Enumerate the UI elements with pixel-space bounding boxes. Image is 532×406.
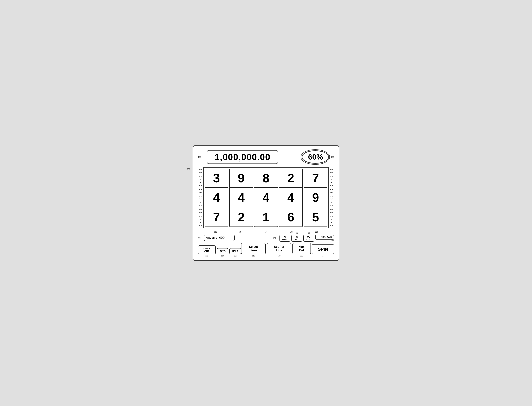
reel-5-row-3: 5 [304,208,327,226]
left-circle-9 [199,222,202,226]
max-bet-button[interactable]: Max Bet [292,243,311,254]
percent-display: 60% [302,150,329,164]
right-circle-6 [330,203,333,206]
left-circle-2 [199,176,202,180]
total-value: 27 [307,236,310,239]
ref-116: 116 [234,255,237,257]
ref-122: 122 [300,255,303,257]
right-indicators [329,167,334,228]
slot-machine: 100 138 — 1,000,000.00 60% 136 [193,145,339,261]
ref-100: 100 [187,168,190,170]
max-bet-group: Max Bet 122 [292,243,311,257]
lines-display: 9 LINES [279,235,290,242]
ref-134-label: 134 [331,240,334,242]
ref-104: 104 [240,231,242,233]
jackpot-display: 1,000,000.00 [207,150,278,164]
bet-value: 3 [296,236,298,239]
credits-value: 400 [219,236,225,240]
pays-group: PAYS 114 [217,248,228,257]
paid-value: 135 [317,236,325,239]
pays-button[interactable]: PAYS [217,248,228,254]
spin-group: SPIN 124 [312,244,334,257]
ref-136-label: 136 [331,156,334,158]
cash-out-group: CASH OUT 112 [198,245,216,257]
left-circle-5 [199,196,202,199]
ref-132-label: 132 [307,232,310,234]
credits-display: CREDITS 400 [204,235,235,241]
credits-label: CREDITS [206,237,217,239]
reel-4-row-3: 6 [279,208,302,226]
reel-2: 9 4 2 [229,169,253,227]
reel-2-row-2: 4 [230,188,253,207]
ref-102: 102 [214,231,217,233]
left-circle-4 [199,189,202,193]
cash-out-button[interactable]: CASH OUT [198,245,216,254]
reel-5-row-1: 7 [304,169,327,188]
help-button[interactable]: HELP [229,248,241,254]
ref-112: 112 [205,255,208,257]
reel-3-row-3: 1 [255,208,277,226]
right-circle-8 [330,216,333,219]
ref-120: 120 [277,255,280,257]
reel-1-row-2: 4 [205,188,228,207]
bet-label: BET [295,239,299,241]
reel-1-row-1: 3 [205,169,228,188]
help-group: HELP 116 [229,248,241,257]
right-circle-3 [330,182,333,186]
ref-128-label: 128 [273,237,276,239]
left-circle-3 [199,182,202,186]
ref-114: 114 [221,255,224,257]
select-lines-button[interactable]: Select Lines [241,243,266,254]
left-circle-6 [199,203,202,206]
left-circle-1 [199,169,202,173]
left-circle-8 [199,216,202,219]
total-display: 27 TOTAL [303,235,314,242]
right-circle-7 [330,209,333,213]
total-label: TOTAL [306,239,312,241]
reels-section: 3 4 7 9 4 2 8 4 1 2 4 6 [198,167,334,228]
left-indicators [198,167,203,228]
right-circle-5 [330,196,333,199]
spin-button[interactable]: SPIN [312,244,334,254]
ref-106: 106 [265,231,268,233]
lines-value: 9 [284,236,286,239]
lines-label: LINES [282,239,288,241]
ref-126-label: 126 [198,237,201,239]
reel-1-row-3: 7 [205,208,228,226]
reel-4-row-1: 2 [279,169,302,188]
reel-2-row-1: 9 [230,169,253,188]
right-circle-9 [330,222,333,226]
reel-3-row-1: 8 [255,169,277,188]
reels-grid: 3 4 7 9 4 2 8 4 1 2 4 6 [203,167,329,228]
paid-display: 135 PAID [315,235,334,240]
reel-5: 7 9 5 [304,169,327,227]
ref-108: 108 [290,231,292,233]
reel-2-row-3: 2 [230,208,253,226]
ref-110: 110 [315,231,318,233]
ref-118: 118 [252,255,255,257]
reel-3-row-2: 4 [255,188,277,207]
ref-138-label: 138 [198,156,201,158]
bet-display: 3 BET [292,235,302,242]
select-lines-group: Select Lines 118 [241,243,266,257]
top-section: 138 — 1,000,000.00 60% 136 [198,150,334,164]
paid-label: PAID [327,236,332,239]
right-circle-2 [330,176,333,180]
reel-4-row-2: 4 [279,188,302,207]
ref-124: 124 [322,255,324,257]
reel-5-row-2: 9 [304,188,327,207]
right-circle-4 [330,189,333,193]
ref-130-label: 130 [295,232,298,234]
reel-3: 8 4 1 [254,169,278,227]
right-circle-1 [330,169,333,173]
bet-per-line-button[interactable]: Bet Per Line [267,243,291,254]
bet-per-line-group: Bet Per Line 120 [267,243,291,257]
left-circle-7 [199,209,202,213]
reel-1: 3 4 7 [205,169,228,227]
reel-4: 2 4 6 [279,169,303,227]
